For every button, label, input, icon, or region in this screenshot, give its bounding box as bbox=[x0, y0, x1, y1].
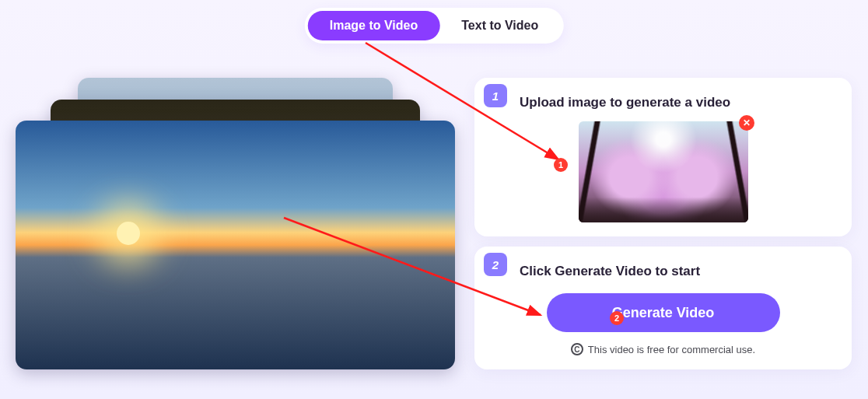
generate-video-label: Generate Video bbox=[612, 305, 715, 321]
step-1-badge: 1 bbox=[484, 84, 507, 107]
commercial-use-text: This video is free for commercial use. bbox=[588, 344, 755, 355]
step-1-title: Upload image to generate a video bbox=[520, 95, 838, 110]
copyright-icon: C bbox=[571, 343, 583, 355]
stack-image-front bbox=[16, 121, 455, 369]
example-image-stack bbox=[16, 78, 455, 366]
uploaded-image-thumbnail[interactable] bbox=[579, 121, 748, 222]
commercial-use-note: C This video is free for commercial use. bbox=[488, 343, 838, 355]
uploaded-image-wrap: ✕ bbox=[579, 121, 748, 222]
step-2-badge: 2 bbox=[484, 253, 507, 276]
tab-image-to-video[interactable]: Image to Video bbox=[308, 11, 440, 40]
step-1-card: 1 Upload image to generate a video ✕ bbox=[474, 78, 852, 236]
tab-text-to-video[interactable]: Text to Video bbox=[439, 11, 560, 40]
step-2-title: Click Generate Video to start bbox=[520, 264, 838, 279]
mode-tabs: Image to Video Text to Video bbox=[305, 8, 564, 44]
close-icon: ✕ bbox=[743, 117, 751, 128]
remove-image-button[interactable]: ✕ bbox=[739, 115, 754, 131]
generate-video-button[interactable]: Generate Video bbox=[547, 293, 780, 332]
step-2-card: 2 Click Generate Video to start Generate… bbox=[474, 247, 852, 369]
